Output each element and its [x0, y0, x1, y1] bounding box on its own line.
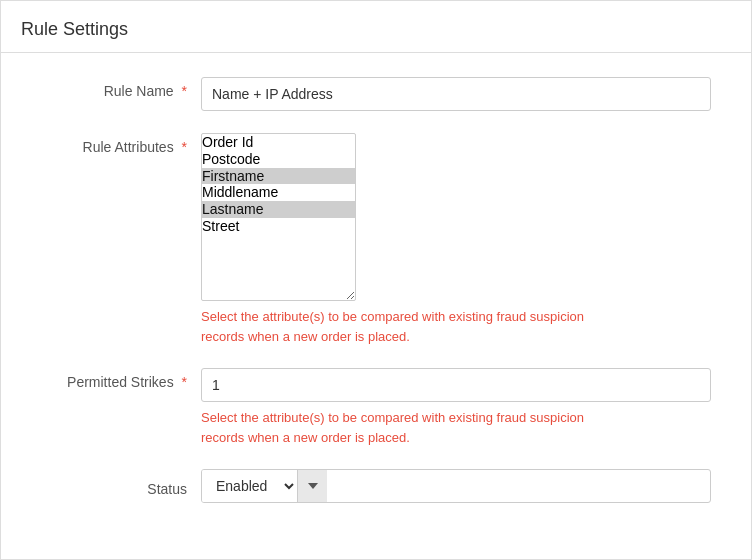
rule-attributes-listbox[interactable]: Order Id Postcode Firstname Middlename L… [201, 133, 356, 301]
page-header: Rule Settings [1, 1, 751, 53]
listbox-item[interactable]: Order Id [202, 134, 355, 151]
page-title: Rule Settings [21, 19, 731, 40]
status-select-wrap: Enabled Disabled [201, 469, 711, 503]
status-select[interactable]: Enabled Disabled [202, 470, 297, 502]
required-star-strikes: * [182, 374, 187, 390]
rule-attributes-row: Rule Attributes * Order Id Postcode Firs… [41, 133, 711, 346]
permitted-strikes-control-wrap: Select the attribute(s) to be compared w… [201, 368, 711, 447]
rule-name-input[interactable] [201, 77, 711, 111]
permitted-strikes-input[interactable] [201, 368, 711, 402]
rule-attributes-control-wrap: Order Id Postcode Firstname Middlename L… [201, 133, 711, 346]
rule-name-label: Rule Name * [41, 77, 201, 99]
permitted-strikes-help-text: Select the attribute(s) to be compared w… [201, 408, 621, 447]
permitted-strikes-row: Permitted Strikes * Select the attribute… [41, 368, 711, 447]
status-control-wrap: Enabled Disabled [201, 469, 711, 503]
rule-attributes-help-text: Select the attribute(s) to be compared w… [201, 307, 621, 346]
page-container: Rule Settings Rule Name * Rule Attribute… [0, 0, 752, 560]
chevron-down-icon [308, 483, 318, 489]
rule-name-control-wrap [201, 77, 711, 111]
required-star: * [182, 83, 187, 99]
listbox-item[interactable]: Firstname [202, 168, 355, 185]
listbox-item[interactable]: Lastname [202, 201, 355, 218]
status-label: Status [41, 475, 201, 497]
status-dropdown-button[interactable] [297, 470, 327, 502]
rule-attributes-label: Rule Attributes * [41, 133, 201, 155]
required-star-attrs: * [182, 139, 187, 155]
permitted-strikes-label: Permitted Strikes * [41, 368, 201, 390]
listbox-item[interactable]: Middlename [202, 184, 355, 201]
listbox-item[interactable]: Street [202, 218, 355, 235]
listbox-item[interactable]: Postcode [202, 151, 355, 168]
form-body: Rule Name * Rule Attributes * Order Id P… [1, 53, 751, 549]
status-row: Status Enabled Disabled [41, 469, 711, 503]
rule-name-row: Rule Name * [41, 77, 711, 111]
